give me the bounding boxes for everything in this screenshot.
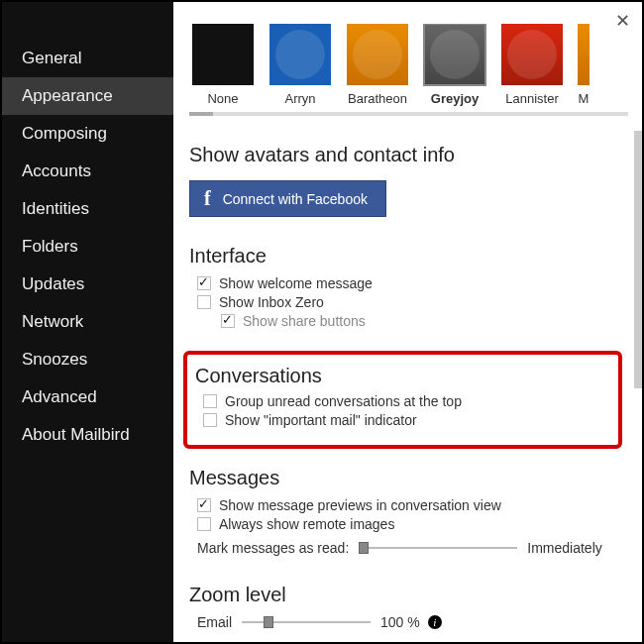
facebook-icon: f [204, 187, 211, 210]
theme-arryn[interactable]: Arryn [267, 24, 334, 106]
fb-button-label: Connect with Facebook [223, 191, 368, 207]
sidebar-item-appearance[interactable]: Appearance [2, 77, 173, 115]
theme-swatch [269, 24, 331, 85]
theme-swatch [347, 24, 408, 85]
checkbox-box [197, 517, 211, 531]
sidebar-item-snoozes[interactable]: Snoozes [2, 341, 173, 378]
checkbox-label: Always show remote images [219, 516, 394, 532]
avatars-title: Show avatars and contact info [189, 144, 628, 166]
checkbox-label: Show "important mail" indicator [225, 412, 417, 428]
checkbox-show-share-buttons[interactable]: Show share buttons [221, 313, 628, 329]
theme-lannister[interactable]: Lannister [498, 24, 566, 106]
theme-baratheon[interactable]: Baratheon [344, 24, 411, 106]
theme-label: None [189, 91, 257, 106]
checkbox-box [197, 498, 211, 512]
messages-title: Messages [189, 467, 628, 489]
content-scroll: None Arryn Baratheon Greyjoy Lannister [173, 24, 642, 630]
connect-facebook-button[interactable]: f Connect with Facebook [189, 180, 386, 217]
sidebar-item-about[interactable]: About Mailbird [2, 416, 173, 454]
checkbox-message-previews[interactable]: Show message previews in conversation vi… [197, 497, 628, 513]
theme-list: None Arryn Baratheon Greyjoy Lannister [189, 24, 628, 106]
theme-none[interactable]: None [189, 24, 257, 106]
sidebar-item-advanced[interactable]: Advanced [2, 378, 173, 416]
messages-section: Messages Show message previews in conver… [189, 467, 628, 556]
mark-read-slider[interactable] [359, 540, 517, 556]
theme-label: Lannister [498, 91, 566, 106]
checkbox-important-indicator[interactable]: Show "important mail" indicator [203, 412, 610, 428]
zoom-title: Zoom level [189, 584, 628, 606]
sidebar-item-general[interactable]: General [2, 40, 173, 77]
checkbox-box [197, 295, 211, 309]
mark-read-row: Mark messages as read: Immediately [197, 540, 628, 556]
theme-swatch [424, 24, 485, 85]
sidebar-item-composing[interactable]: Composing [2, 115, 173, 153]
theme-next[interactable]: M [576, 24, 591, 106]
mark-read-label: Mark messages as read: [197, 540, 349, 556]
sidebar-item-folders[interactable]: Folders [2, 228, 173, 266]
checkbox-label: Show Inbox Zero [219, 294, 324, 310]
theme-label: Greyjoy [421, 91, 488, 106]
theme-label: Arryn [267, 91, 334, 106]
checkbox-label: Group unread conversations at the top [225, 393, 462, 409]
checkbox-box [221, 314, 235, 328]
slider-track [359, 547, 517, 549]
conversations-title: Conversations [195, 365, 610, 387]
zoom-email-row: Email 100 % i [197, 614, 628, 630]
interface-title: Interface [189, 245, 628, 268]
info-icon[interactable]: i [428, 615, 442, 629]
checkbox-box [203, 413, 217, 427]
settings-sidebar: General Appearance Composing Accounts Id… [2, 2, 173, 642]
checkbox-box [197, 276, 211, 290]
settings-main: ✕ None Arryn Baratheon Greyjoy [173, 2, 642, 642]
avatars-section: Show avatars and contact info f Connect … [189, 144, 628, 217]
interface-section: Interface Show welcome message Show Inbo… [189, 245, 628, 329]
sidebar-item-updates[interactable]: Updates [2, 266, 173, 303]
sidebar-item-accounts[interactable]: Accounts [2, 153, 173, 190]
mark-read-value: Immediately [527, 540, 601, 556]
sidebar-item-network[interactable]: Network [2, 303, 173, 341]
zoom-email-label: Email [197, 614, 232, 630]
vertical-scrollbar[interactable] [634, 131, 642, 642]
scrollbar-thumb[interactable] [634, 131, 642, 388]
conversations-section: Conversations Group unread conversations… [183, 351, 622, 449]
checkbox-show-welcome[interactable]: Show welcome message [197, 275, 628, 291]
theme-label: Baratheon [344, 91, 411, 106]
settings-window: General Appearance Composing Accounts Id… [2, 2, 642, 642]
zoom-section: Zoom level Email 100 % i [189, 584, 628, 630]
theme-label: M [576, 91, 591, 106]
checkbox-label: Show welcome message [219, 275, 373, 291]
checkbox-show-inbox-zero[interactable]: Show Inbox Zero [197, 294, 628, 310]
theme-swatch [578, 24, 590, 85]
checkbox-label: Show message previews in conversation vi… [219, 497, 501, 513]
theme-scrollbar[interactable] [189, 112, 628, 116]
slider-thumb[interactable] [264, 616, 273, 628]
checkbox-label: Show share buttons [243, 313, 366, 329]
theme-swatch [501, 24, 563, 85]
theme-swatch [192, 24, 254, 85]
sidebar-item-identities[interactable]: Identities [2, 190, 173, 228]
checkbox-box [203, 394, 217, 408]
slider-thumb[interactable] [359, 542, 369, 554]
checkbox-group-unread[interactable]: Group unread conversations at the top [203, 393, 610, 409]
zoom-email-value: 100 % [380, 614, 420, 630]
slider-track [242, 621, 371, 623]
theme-greyjoy[interactable]: Greyjoy [421, 24, 488, 106]
close-icon[interactable]: ✕ [615, 10, 630, 32]
zoom-email-slider[interactable] [242, 614, 371, 630]
checkbox-remote-images[interactable]: Always show remote images [197, 516, 628, 532]
